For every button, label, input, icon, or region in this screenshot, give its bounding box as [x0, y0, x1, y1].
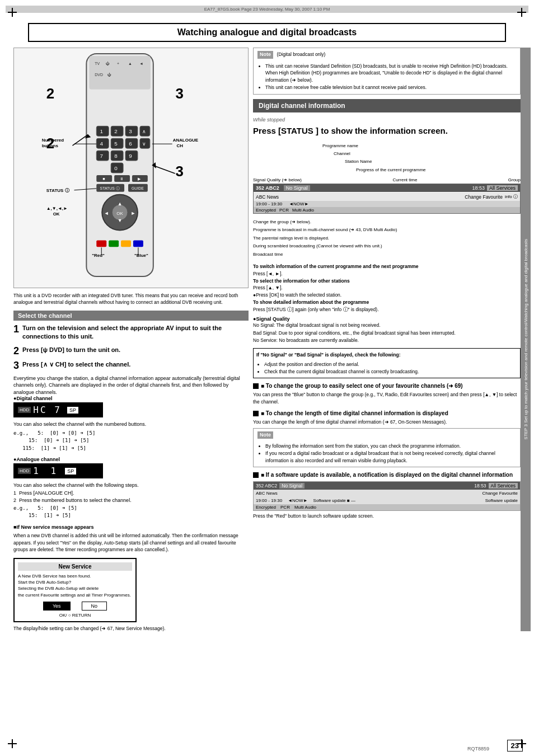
sw-time: 19:00 - 19:30 [256, 498, 282, 503]
corner-mark-bl [8, 739, 17, 748]
step-1-num: 1 [13, 324, 19, 334]
all-services-badge: All Services [487, 185, 518, 191]
step-2-num: 2 [13, 346, 19, 356]
prog-row3: 19:00 - 19:30 ◄NOW► [254, 201, 520, 207]
sw-changefav: Change Favourite [482, 491, 518, 496]
change-group-head: ■ To change the group to easily select o… [253, 383, 521, 389]
ann-change-group: Change the group (➜ below). [253, 218, 521, 226]
info-subhead: While stopped [253, 117, 521, 123]
change-length-text: You can change the length of time digita… [253, 419, 521, 426]
warning-item-2: Check that the current digital broadcast… [264, 368, 517, 375]
main-content: TV ⏻ + ▲ ◄ DVD ⏻ 2 3 2 [13, 48, 521, 631]
bad-signal-text: Bad Signal: Due to poor signal condition… [253, 330, 521, 337]
svg-text:▼: ▼ [118, 218, 123, 223]
ann-parental: The parental ratings level is displayed. [253, 234, 521, 242]
svg-text:7: 7 [100, 153, 103, 159]
select-info-head: To select the information for other stat… [253, 278, 350, 284]
digital-channel-display: HC 7 [33, 405, 62, 415]
hdd-badge-analogue: HDD [18, 468, 31, 474]
sw-nosignal: No Signal [279, 483, 305, 489]
svg-rect-71 [133, 240, 143, 247]
svg-text:►: ► [131, 210, 136, 216]
ann-current-time: Current time [392, 177, 417, 182]
svg-text:STATUS ⓘ: STATUS ⓘ [100, 186, 120, 190]
switch-info-head: To switch information of the current pro… [253, 264, 419, 269]
warning-header: If "No Signal" or "Bad Signal" is displa… [256, 352, 400, 358]
step-1-text: Turn on the television and select the ap… [22, 324, 249, 341]
analogue-steps: You can also select the channel with the… [13, 482, 249, 520]
no-signal-text: No Signal: The digital broadcast signal … [253, 322, 521, 330]
analogue-channel-section: ●Analogue channel HDD 1 1 SP You can als… [13, 457, 249, 520]
warning-box: If "No Signal" or "Bad Signal" is displa… [253, 348, 521, 378]
sw-caption: Press the "Red" button to launch softwar… [253, 513, 521, 519]
sw-bar-row1: 352 ABC2 No Signal 18:53 All Services [254, 482, 520, 490]
pcr-label: PCR [279, 208, 289, 213]
sidebar-text: STEP 3 Set up to match your television a… [523, 239, 528, 439]
digital-numbered-note: You can also select the channel with the… [13, 421, 249, 429]
sp-badge-digital: SP [67, 407, 78, 414]
prog-info-icon: info ⓘ [505, 194, 518, 200]
svg-text:⏻: ⏻ [107, 73, 111, 77]
svg-text:3: 3 [176, 86, 184, 101]
sw-ch: 352 ABC2 [256, 483, 277, 489]
press-status: Press [STATUS ] to show the information … [253, 125, 521, 137]
svg-text:2: 2 [46, 86, 54, 101]
svg-text:+: + [117, 62, 119, 65]
new-service-desc: When a new DVB channel is added this uni… [13, 532, 249, 553]
software-update-head: ■ If a software update is available, a n… [253, 472, 521, 478]
prog-bar-row1: 352 ABC2 No Signal 18:53 All Services [254, 184, 520, 192]
step-3-num: 3 [13, 360, 19, 370]
ok-text: ●Press [OK] to watch the selected statio… [253, 292, 341, 298]
svg-text:GUIDE: GUIDE [132, 186, 144, 190]
svg-text:∧: ∧ [142, 129, 146, 134]
note-item-2: This unit can receive free cable televis… [265, 84, 516, 91]
dialog-no-button[interactable]: No [82, 602, 107, 611]
time-val: 18:53 [472, 185, 485, 191]
dialog-title: New Service [18, 562, 132, 571]
page-title: Watching analogue and digital broadcasts [28, 23, 506, 42]
prog-info-display: 352 ABC2 No Signal 18:53 All Services AB… [253, 184, 521, 214]
software-update-section: ■ If a software update is available, a n… [253, 472, 521, 519]
software-update-header-text: ■ If a software update is available, a n… [261, 472, 513, 478]
note-item-1: This unit can receive Standard Definitio… [265, 63, 516, 84]
prog-row4: Encrypted PCR Multi Audio [254, 207, 520, 213]
svg-text:0: 0 [114, 165, 118, 171]
warning-item-1: Adjust the position and direction of the… [264, 361, 517, 368]
signal-quality-section: ●Signal Quality No Signal: The digital b… [253, 316, 521, 345]
sw-bar-row4: Encrypted PCR Multi Audio [254, 504, 520, 510]
svg-text:⏸: ⏸ [120, 177, 124, 181]
sw-update-label: Software update [485, 498, 518, 503]
ann-scrambled: During scrambled broadcasting (Cannot be… [253, 242, 521, 250]
svg-rect-69 [109, 240, 119, 247]
prog-time: 19:00 - 19:30 [256, 201, 282, 206]
signal-texts: No Signal: The digital broadcast signal … [253, 322, 521, 345]
dialog-text: A New DVB Service has been found. Start … [18, 573, 132, 598]
svg-text:5: 5 [114, 140, 118, 147]
digital-examples: e.g., 5: [0] ➜ [0] ➜ [5] 15: [0] ➜ [1] ➜… [13, 430, 249, 453]
sw-multiaudio: Multi Audio [294, 505, 316, 510]
header-bar: EA77_87GS.book Page 23 Wednesday, May 30… [6, 6, 528, 13]
dialog-yes-button[interactable]: Yes [43, 602, 71, 611]
change-length-head: ■ To change the length of time digital c… [253, 410, 521, 416]
change-length-note-2: If you record a digital radio broadcast … [265, 450, 516, 464]
change-length-header-text: ■ To change the length of time digital c… [261, 410, 448, 416]
ann-signal-quality: Signal Quality (➜ below) [253, 177, 302, 182]
change-group-header-text: ■ To change the group to easily select o… [261, 383, 463, 389]
signal-head: ●Signal Quality [253, 316, 521, 322]
change-length-section: ■ To change the length of time digital c… [253, 410, 521, 468]
svg-text:9: 9 [129, 153, 132, 159]
rqt-number: RQT8859 [467, 746, 489, 752]
analogue-channel-display: 1 1 [33, 466, 59, 476]
switch-info: To switch information of the current pro… [253, 263, 521, 313]
change-length-note-1: By following the information sent from t… [265, 443, 516, 450]
sw-encrypted: Encrypted [256, 505, 276, 510]
sw-pcr: PCR [280, 505, 290, 510]
dialog-buttons: Yes No [18, 602, 132, 611]
svg-text:OK: OK [116, 211, 123, 216]
svg-text:▲: ▲ [118, 201, 123, 206]
svg-text:∨: ∨ [142, 141, 146, 147]
ann-station: Station Name [322, 158, 517, 166]
encrypted-label: Encrypted [256, 208, 276, 213]
svg-text:"Blue": "Blue" [134, 253, 148, 258]
note-label-2: Note [257, 431, 273, 439]
